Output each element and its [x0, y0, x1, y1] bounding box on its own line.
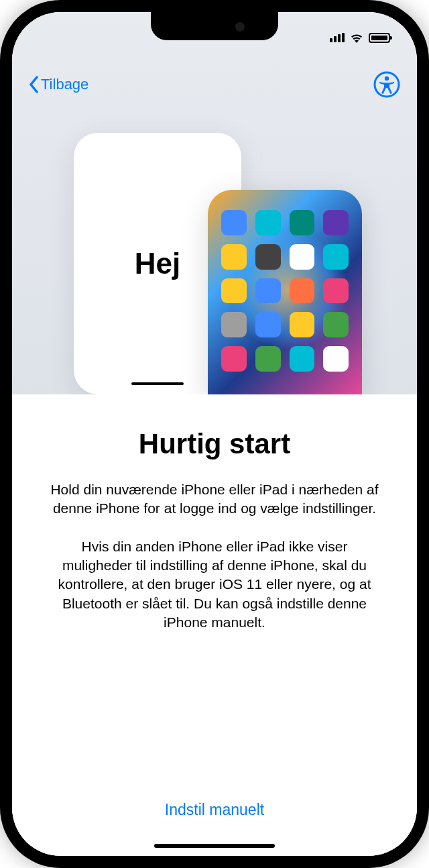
back-label: Tilbage — [41, 76, 88, 93]
app-icon — [290, 346, 315, 372]
accessibility-button[interactable] — [373, 71, 400, 98]
home-indicator[interactable] — [154, 844, 275, 848]
battery-icon — [369, 33, 390, 43]
app-icon — [221, 346, 247, 372]
app-icon — [290, 278, 315, 304]
illustration-app-grid — [221, 210, 349, 372]
app-icon — [255, 244, 281, 270]
content-panel: Hurtig start Hold din nuværende iPhone e… — [12, 394, 417, 856]
app-icon — [290, 210, 315, 235]
app-icon — [323, 346, 349, 372]
device-frame: Tilbage Hej — [0, 0, 429, 868]
status-right — [330, 32, 390, 43]
app-icon — [255, 210, 281, 235]
accessibility-icon — [373, 71, 400, 98]
instruction-paragraph-1: Hold din nuværende iPhone eller iPad i n… — [42, 480, 387, 519]
app-icon — [221, 244, 247, 270]
wifi-icon — [350, 32, 363, 43]
screen: Tilbage Hej — [12, 12, 417, 856]
app-icon — [323, 312, 349, 337]
app-icon — [290, 312, 315, 337]
app-icon — [323, 210, 349, 235]
navigation-bar: Tilbage — [12, 66, 417, 103]
chevron-left-icon — [29, 76, 40, 93]
app-icon — [221, 312, 247, 337]
app-icon — [323, 244, 349, 270]
svg-point-1 — [385, 76, 389, 80]
instruction-paragraph-2: Hvis din anden iPhone eller iPad ikke vi… — [42, 537, 387, 633]
app-icon — [255, 312, 281, 337]
app-icon — [290, 244, 315, 270]
app-icon — [221, 210, 247, 235]
app-icon — [255, 278, 281, 304]
quickstart-illustration: Hej — [74, 133, 355, 394]
app-icon — [221, 278, 247, 304]
illustration-old-phone — [208, 190, 362, 398]
app-icon — [255, 346, 281, 372]
hello-greeting: Hej — [135, 247, 180, 280]
cellular-signal-icon — [330, 33, 345, 42]
hero-illustration-area: Tilbage Hej — [12, 12, 417, 394]
notch — [151, 12, 278, 40]
illustration-home-indicator — [131, 382, 184, 385]
page-title: Hurtig start — [42, 428, 387, 460]
app-icon — [323, 278, 349, 304]
back-button[interactable]: Tilbage — [29, 76, 88, 93]
